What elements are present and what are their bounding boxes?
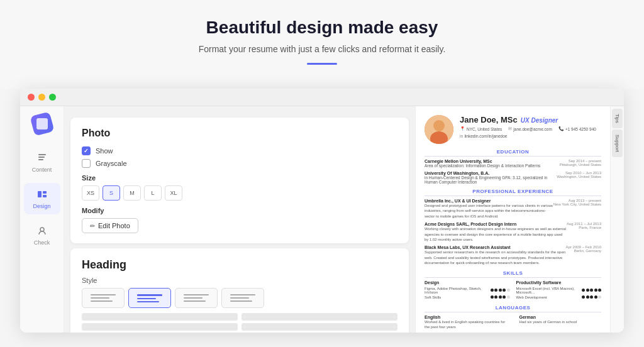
dot xyxy=(494,295,497,299)
style-option-4[interactable] xyxy=(221,288,264,308)
show-checkbox-row[interactable]: ✓ Show xyxy=(82,146,397,155)
grayscale-label: Grayscale xyxy=(96,160,127,167)
location-item: 📍 NYC, United States xyxy=(460,126,502,131)
resume-contact: 📍 NYC, United States ✉ jane.doe@acme.com… xyxy=(460,126,601,138)
dot xyxy=(494,289,497,292)
dot xyxy=(491,295,494,299)
main-panel: Photo ✓ Show Grayscale Size XS S M L xyxy=(64,106,415,333)
skill-row-soft: Soft Skills xyxy=(425,295,510,299)
right-panel: Tips Support xyxy=(610,106,624,333)
linkedin-item: in linkedin.com/in/janedoe xyxy=(460,134,507,138)
style-label: Style xyxy=(82,277,397,284)
resume-panel: Jane Doe, MSc UX Designer 📍 NYC, United … xyxy=(415,106,610,333)
sidebar-content-label: Content xyxy=(32,167,52,173)
edit-photo-button[interactable]: ✏ Edit Photo xyxy=(82,218,138,233)
exp-entry-2: Black Mesa Labs, UX Research Assistant S… xyxy=(425,245,601,265)
hero-subtitle: Format your resume with just a few click… xyxy=(13,44,631,54)
languages-grid: English Worked & lived in English speaki… xyxy=(425,315,601,330)
photo-card: Photo ✓ Show Grayscale Size XS S M L xyxy=(70,118,409,243)
linkedin-icon: in xyxy=(460,134,463,138)
phone-item: 📞 +1 945 4250 940 xyxy=(558,126,596,131)
dot xyxy=(499,289,502,292)
style-option-3[interactable] xyxy=(175,288,218,308)
resume-name-block: Jane Doe, MSc UX Designer 📍 NYC, United … xyxy=(460,115,601,138)
skill-dots-0 xyxy=(491,289,510,292)
skill-dots-r1 xyxy=(582,295,601,299)
dot xyxy=(590,295,593,299)
sidebar-item-design[interactable]: Design xyxy=(24,183,60,214)
edu-degree-1: in Human-Centered Design & Engineering G… xyxy=(425,175,557,184)
svg-point-6 xyxy=(40,228,44,231)
education-section-title: Education xyxy=(425,149,601,157)
sidebar-item-content[interactable]: Content xyxy=(24,146,60,178)
svg-rect-3 xyxy=(38,191,42,197)
style-option-2[interactable] xyxy=(128,288,171,308)
edu-institution-1: University Of Washington, B.A. xyxy=(425,171,557,175)
size-label: Size xyxy=(82,174,397,182)
size-l[interactable]: L xyxy=(144,185,162,201)
resume-job-title: UX Designer xyxy=(521,117,558,124)
edu-degree-0: Area of specialization: Information Desi… xyxy=(425,163,560,168)
style-option-1[interactable] xyxy=(82,288,125,308)
dot xyxy=(499,295,502,299)
dot xyxy=(491,289,494,292)
tips-tab[interactable]: Tips xyxy=(612,109,623,128)
hero-section: Beautiful design made easy Format your r… xyxy=(0,0,644,89)
close-dot[interactable] xyxy=(28,94,35,101)
edu-institution-0: Carnegie Mellon University, MSc xyxy=(425,159,560,163)
hero-title: Beautiful design made easy xyxy=(13,18,631,38)
exp-entry-1: Acme Designs SARL, Product Design Intern… xyxy=(425,222,601,242)
heading-card: Heading Style xyxy=(70,248,409,333)
size-xs[interactable]: XS xyxy=(82,185,99,201)
dot xyxy=(502,289,506,292)
resume-header: Jane Doe, MSc UX Designer 📍 NYC, United … xyxy=(425,115,601,144)
show-checkbox[interactable]: ✓ xyxy=(82,146,91,155)
svg-rect-0 xyxy=(38,154,46,155)
location-icon: 📍 xyxy=(460,126,465,131)
skill-row-design: Figma, Adobe Photoshop, Sketch, InVision xyxy=(425,287,510,294)
logo-inner xyxy=(36,118,48,129)
size-s[interactable]: S xyxy=(103,185,120,201)
languages-section-title: Languages xyxy=(425,305,601,312)
dot xyxy=(598,289,601,292)
svg-rect-1 xyxy=(38,157,45,158)
dot-empty xyxy=(507,289,510,292)
content-icon xyxy=(36,151,48,164)
size-m[interactable]: M xyxy=(123,185,141,201)
sidebar-check-label: Check xyxy=(34,240,50,246)
skill-dots-r0 xyxy=(582,289,601,292)
dot xyxy=(586,289,589,292)
size-row: XS S M L XL xyxy=(82,185,397,201)
skills-section-title: Skills xyxy=(425,270,601,278)
dot xyxy=(594,295,597,299)
maximize-dot[interactable] xyxy=(49,94,56,101)
modify-label: Modify xyxy=(82,207,397,214)
sidebar-item-check[interactable]: Check xyxy=(24,219,60,251)
support-tab[interactable]: Support xyxy=(612,129,623,157)
dot xyxy=(594,289,597,292)
email-item: ✉ jane.doe@acme.com xyxy=(508,126,552,131)
dot xyxy=(582,295,585,299)
dot-empty xyxy=(598,295,601,299)
dot-empty xyxy=(507,295,510,299)
skills-left-col: Design Figma, Adobe Photoshop, Sketch, I… xyxy=(425,280,510,300)
lang-german: German Had six years of German in school xyxy=(519,315,602,330)
skill-row-webdev: Web Development xyxy=(516,295,602,299)
skills-grid: Design Figma, Adobe Photoshop, Sketch, I… xyxy=(425,280,601,300)
dot xyxy=(502,295,506,299)
heading-title: Heading xyxy=(82,258,397,272)
grayscale-checkbox[interactable] xyxy=(82,159,91,168)
app-sidebar: Content Design xyxy=(20,106,64,333)
phone-icon: 📞 xyxy=(558,126,564,131)
minimize-dot[interactable] xyxy=(38,94,45,101)
hero-divider xyxy=(307,63,337,65)
experience-section-title: Professional Experience xyxy=(425,189,601,196)
grayscale-checkbox-row[interactable]: Grayscale xyxy=(82,159,397,168)
resume-photo xyxy=(425,115,453,144)
photo-title: Photo xyxy=(82,128,397,139)
show-label: Show xyxy=(96,147,113,155)
pencil-icon: ✏ xyxy=(90,223,95,229)
lang-english: English Worked & lived in English speaki… xyxy=(425,315,507,330)
size-xl[interactable]: XL xyxy=(165,185,182,201)
skill-dots-1 xyxy=(491,295,510,299)
